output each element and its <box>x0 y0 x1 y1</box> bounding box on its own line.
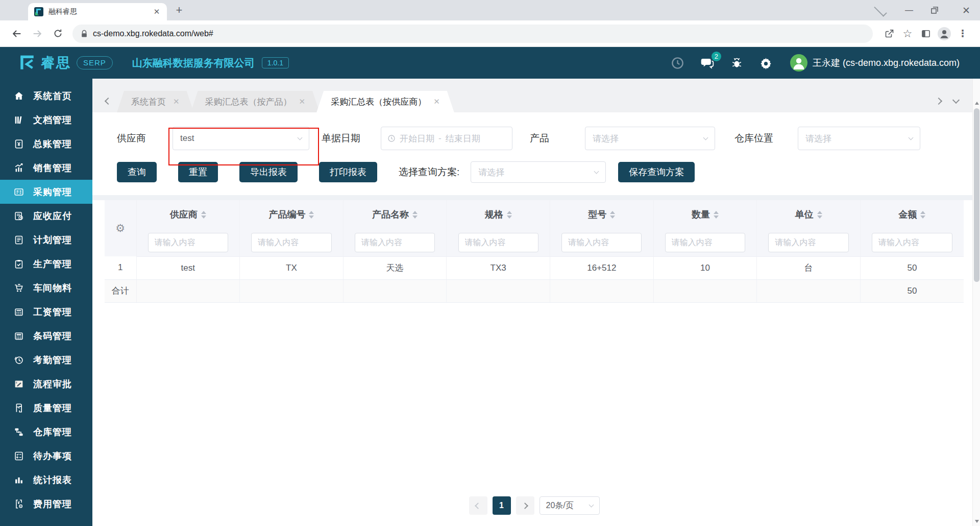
tab-close-icon[interactable]: ✕ <box>433 97 440 106</box>
query-button[interactable]: 查询 <box>117 162 157 182</box>
sort-icon[interactable] <box>201 211 206 219</box>
filter-input-model[interactable] <box>561 233 642 252</box>
sidebar-item-barcode[interactable]: 条码管理 <box>0 324 92 348</box>
supplier-select[interactable]: test <box>173 127 309 150</box>
filter-input-unit[interactable] <box>768 233 848 252</box>
sidebar-item-sales[interactable]: 销售管理 <box>0 156 92 180</box>
tab-search-icon[interactable] <box>874 6 887 15</box>
url-bar[interactable]: cs-demo.xbg.rokedata.com/web# <box>72 25 873 43</box>
bookmark-star-icon[interactable]: ☆ <box>898 25 917 43</box>
forward-button[interactable] <box>29 25 46 42</box>
plan-select[interactable]: 请选择 <box>471 161 606 183</box>
browser-tab[interactable]: 融科睿思 ✕ <box>28 3 167 20</box>
sidebar-item-approval[interactable]: 流程审批 <box>0 372 92 396</box>
column-header-product-name[interactable]: 产品名称 <box>343 200 447 229</box>
sidebar-item-home[interactable]: 系统首页 <box>0 84 92 108</box>
workspace-tab-home[interactable]: 系统首页✕ <box>117 91 194 112</box>
tab-close-icon[interactable]: ✕ <box>173 97 180 106</box>
save-plan-button[interactable]: 保存查询方案 <box>618 162 695 182</box>
sort-icon[interactable] <box>309 211 314 219</box>
filter-input-product-code[interactable] <box>251 233 331 252</box>
minimize-button[interactable]: — <box>902 6 916 15</box>
user-name[interactable]: 王永建 (cs-demo.xbg.rokedata.com) <box>813 57 960 69</box>
sidebar-item-statistics[interactable]: 统计报表 <box>0 468 92 492</box>
page-size-select[interactable]: 20条/页 <box>540 496 600 515</box>
sidebar-item-purchasing[interactable]: 采购管理 <box>0 180 92 204</box>
column-settings-gear-icon[interactable]: ⚙ <box>115 222 125 234</box>
current-page[interactable]: 1 <box>493 496 511 515</box>
product-select[interactable]: 请选择 <box>585 127 715 150</box>
lock-icon <box>81 30 88 38</box>
sort-icon[interactable] <box>507 211 512 219</box>
history-clock-icon[interactable] <box>671 56 684 70</box>
tabs-menu-icon[interactable] <box>947 90 965 112</box>
browser-profile-avatar[interactable] <box>935 25 953 43</box>
sidebar-item-todo[interactable]: 待办事项 <box>0 444 92 468</box>
restore-button[interactable] <box>931 7 944 14</box>
sidebar-item-general-ledger[interactable]: 总账管理 <box>0 132 92 156</box>
new-tab-button[interactable]: + <box>172 4 186 18</box>
side-panel-icon[interactable] <box>917 25 935 43</box>
column-header-supplier[interactable]: 供应商 <box>136 200 240 229</box>
export-report-button[interactable]: 导出报表 <box>239 162 298 182</box>
scroll-up-icon[interactable] <box>973 99 980 107</box>
sort-icon[interactable] <box>920 211 925 219</box>
column-header-unit[interactable]: 单位 <box>757 200 861 229</box>
sidebar-item-receivables-payables[interactable]: 应收应付 <box>0 204 92 228</box>
sidebar-item-workshop-materials[interactable]: 车间物料 <box>0 276 92 300</box>
reload-button[interactable] <box>49 25 66 42</box>
purchasing-icon <box>13 186 24 198</box>
sort-icon[interactable] <box>817 211 822 219</box>
back-button[interactable] <box>8 25 26 42</box>
filter-input-spec[interactable] <box>458 233 538 252</box>
content-scrollbar[interactable] <box>972 79 980 526</box>
attendance-clock-icon <box>13 354 24 366</box>
prev-page-button[interactable] <box>469 496 487 515</box>
sidebar-item-quality[interactable]: 质量管理 <box>0 396 92 420</box>
column-header-amount[interactable]: 金额 <box>860 200 964 229</box>
filter-input-quantity[interactable] <box>665 233 745 252</box>
tab-close-icon[interactable]: ✕ <box>299 97 306 106</box>
filter-input-product-name[interactable] <box>355 233 435 252</box>
sidebar-item-expenses[interactable]: 费用管理 <box>0 492 92 516</box>
close-window-button[interactable]: ✕ <box>960 5 973 16</box>
sort-icon[interactable] <box>714 211 719 219</box>
scroll-down-icon[interactable] <box>973 517 980 525</box>
share-icon[interactable] <box>880 25 898 43</box>
main-content: 系统首页✕ 采购汇总表（按产品）✕ 采购汇总表（按供应商）✕ 供应商 test <box>92 79 980 526</box>
sidebar-item-documents[interactable]: 文档管理 <box>0 108 92 132</box>
browser-menu-icon[interactable]: ⋮ <box>953 25 972 43</box>
print-report-button[interactable]: 打印报表 <box>319 162 377 182</box>
tab-close-icon[interactable]: ✕ <box>152 7 162 17</box>
settings-gear-icon[interactable] <box>759 56 773 70</box>
sort-icon[interactable] <box>610 211 615 219</box>
filter-input-amount[interactable] <box>872 233 952 252</box>
workspace-tab-summary-by-supplier[interactable]: 采购汇总表（按供应商）✕ <box>316 91 454 112</box>
column-header-model[interactable]: 型号 <box>550 200 654 229</box>
app-logo-text: 睿思 <box>41 54 71 72</box>
table-row[interactable]: 1 test TX 天选 TX3 16+512 10 台 50 <box>105 256 964 279</box>
column-header-product-code[interactable]: 产品编号 <box>240 200 344 229</box>
column-header-spec[interactable]: 规格 <box>447 200 550 229</box>
warehouse-select[interactable]: 请选择 <box>798 127 920 150</box>
messages-icon[interactable]: 2 <box>700 56 715 70</box>
workspace-tab-summary-by-product[interactable]: 采购汇总表（按产品）✕ <box>191 91 320 112</box>
sidebar-item-payroll[interactable]: 工资管理 <box>0 300 92 324</box>
filter-card: 供应商 test 单据日期 开始日期 - 结束日期 产品 请选择 <box>92 112 980 195</box>
filter-input-supplier[interactable] <box>148 233 228 252</box>
reset-button[interactable]: 重置 <box>178 162 218 182</box>
scrollbar-thumb[interactable] <box>974 108 979 282</box>
site-favicon-icon <box>34 7 43 16</box>
sidebar-item-warehouse[interactable]: 仓库管理 <box>0 420 92 444</box>
sidebar-item-production[interactable]: 生产管理 <box>0 252 92 276</box>
tabs-scroll-right-icon[interactable] <box>930 90 947 112</box>
column-header-quantity[interactable]: 数量 <box>653 200 757 229</box>
bug-report-icon[interactable] <box>730 56 744 70</box>
user-avatar[interactable] <box>790 54 807 71</box>
date-range-input[interactable]: 开始日期 - 结束日期 <box>381 127 512 150</box>
sidebar-item-attendance[interactable]: 考勤管理 <box>0 348 92 372</box>
sidebar-item-planning[interactable]: 计划管理 <box>0 228 92 252</box>
next-page-button[interactable] <box>516 496 534 515</box>
tabs-scroll-left-icon[interactable] <box>100 90 117 112</box>
sort-icon[interactable] <box>412 211 418 219</box>
